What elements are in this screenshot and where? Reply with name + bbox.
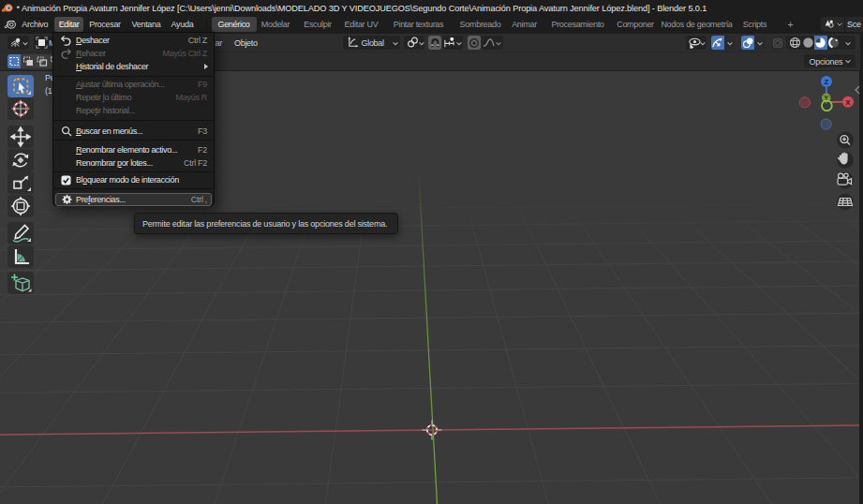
svg-text:Z: Z xyxy=(825,78,829,86)
svg-text:X: X xyxy=(845,98,851,107)
